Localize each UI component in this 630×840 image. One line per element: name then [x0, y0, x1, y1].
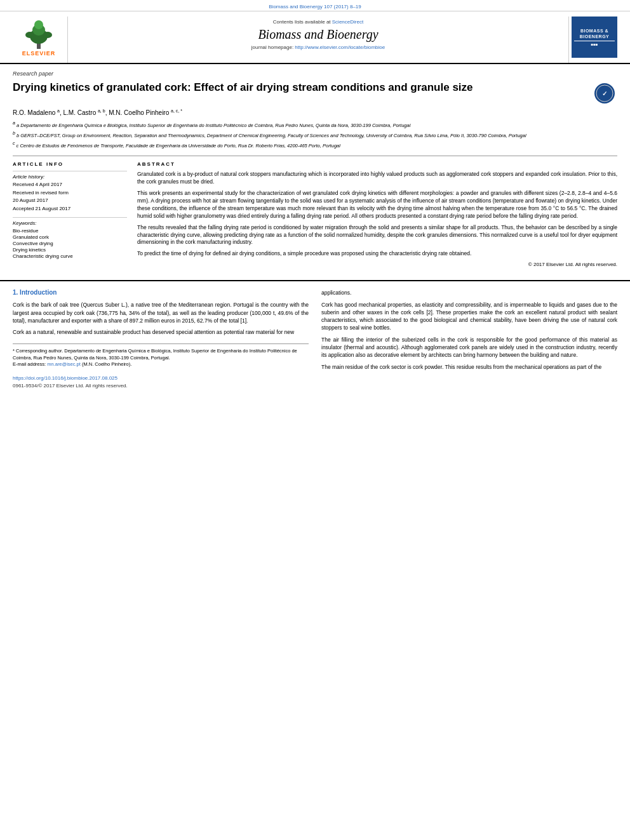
homepage-label: journal homepage:	[251, 44, 295, 50]
affiliation-b: b b GERST–DCE/FST, Group on Environment,…	[13, 130, 617, 139]
intro-right-col: applications. Cork has good mechanical p…	[321, 289, 617, 389]
intro-body-left: Cork is the bark of oak tree (Quercus Su…	[13, 301, 309, 336]
elsevier-logo: ELSEVIER	[10, 17, 67, 63]
article-title-row: Drying kinetics of granulated cork: Effe…	[13, 81, 617, 103]
intro-para-left-2: Cork as a natural, renewable and sustain…	[13, 328, 309, 336]
sciencedirect-text: Contents lists available at	[273, 19, 332, 25]
email-address[interactable]: mn.are@isec.pt	[47, 361, 81, 367]
article-info-column: ARTICLE INFO Article history: Received 4…	[13, 161, 127, 267]
journal-header: ELSEVIER Contents lists available at Sci…	[0, 11, 630, 64]
svg-point-3	[34, 20, 43, 29]
intro-para-right-3: The air filling the interior of the sube…	[321, 336, 617, 359]
svg-point-4	[25, 32, 34, 38]
article-content: Research paper Drying kinetics of granul…	[0, 64, 630, 280]
article-info-header: ARTICLE INFO	[13, 161, 127, 167]
article-type-label: Research paper	[13, 70, 617, 77]
accepted-date: Accepted 21 August 2017	[13, 206, 127, 212]
revised-date: 20 August 2017	[13, 197, 127, 204]
keyword-1: Bio-residue	[13, 228, 127, 234]
elsevier-tree-icon	[20, 18, 58, 50]
intro-para-right-2: Cork has good mechanical properties, as …	[321, 301, 617, 332]
abstract-column: ABSTRACT Granulated cork is a by-product…	[137, 161, 617, 267]
crossmark-icon: ✓	[594, 83, 615, 103]
biomass-logo-subtext: ■■■	[591, 43, 598, 46]
email-label: E-mail address:	[13, 361, 46, 367]
introduction-two-col: 1. Introduction Cork is the bark of oak …	[0, 289, 630, 389]
journal-homepage: journal homepage: http://www.elsevier.co…	[74, 44, 562, 50]
keyword-4: Drying kinetics	[13, 247, 127, 253]
crossmark-logo[interactable]: ✓	[592, 81, 617, 103]
email-note: E-mail address: mn.are@isec.pt (M.N. Coe…	[13, 361, 309, 368]
biomass-bioenergy-logo: BIOMASS & BIOENERGY ■■■	[569, 17, 620, 63]
svg-text:✓: ✓	[602, 90, 607, 97]
history-label: Article history:	[13, 174, 127, 180]
received-date: Received 4 April 2017	[13, 182, 127, 188]
keywords-label: Keywords:	[13, 220, 127, 226]
abstract-para-3: The results revealed that the falling dr…	[137, 224, 617, 247]
affiliation-c: c c Centro de Estudos de Fenómenos de Tr…	[13, 140, 617, 149]
keyword-2: Granulated cork	[13, 234, 127, 240]
corresponding-note: * Corresponding author. Departamento de …	[13, 348, 309, 361]
received-revised-label: Received in revised form	[13, 190, 127, 196]
footnote-area: * Corresponding author. Departamento de …	[13, 343, 309, 389]
page-wrapper: Biomass and Bioenergy 107 (2017) 8–19 EL…	[0, 0, 630, 840]
affiliation-a: a a Departamento de Engenharia Química e…	[13, 120, 617, 129]
svg-point-5	[43, 32, 52, 38]
journal-top-bar: Biomass and Bioenergy 107 (2017) 8–19	[0, 0, 630, 11]
intro-para-left-1: Cork is the bark of oak tree (Quercus Su…	[13, 301, 309, 324]
abstract-text: Granulated cork is a by-product of natur…	[137, 171, 617, 258]
article-title: Drying kinetics of granulated cork: Effe…	[13, 81, 592, 95]
journal-citation: Biomass and Bioenergy 107 (2017) 8–19	[269, 4, 361, 10]
keyword-3: Convective drying	[13, 241, 127, 246]
affiliations: a a Departamento de Engenharia Química e…	[13, 120, 617, 149]
issn-line: 0961-9534/© 2017 Elsevier Ltd. All right…	[13, 382, 309, 389]
authors-line: R.O. Madaleno a, L.M. Castro a, b, M.N. …	[13, 109, 617, 116]
section-divider	[13, 156, 617, 156]
introduction-section: 1. Introduction Cork is the bark of oak …	[0, 280, 630, 389]
abstract-header: ABSTRACT	[137, 161, 617, 167]
keyword-5: Characteristic drying curve	[13, 253, 127, 259]
introduction-title: 1. Introduction	[13, 289, 309, 296]
abstract-para-2: This work presents an experimental study…	[137, 190, 617, 220]
sciencedirect-link[interactable]: ScienceDirect	[332, 19, 363, 25]
abstract-para-4: To predict the time of drying for define…	[137, 250, 617, 258]
intro-body-right: applications. Cork has good mechanical p…	[321, 289, 617, 371]
intro-left-col: 1. Introduction Cork is the bark of oak …	[13, 289, 309, 389]
copyright-line: © 2017 Elsevier Ltd. All rights reserved…	[137, 262, 617, 267]
biomass-logo-text: BIOMASS & BIOENERGY	[580, 28, 610, 39]
journal-header-center: Contents lists available at ScienceDirec…	[67, 17, 569, 63]
abstract-para-1: Granulated cork is a by-product of natur…	[137, 171, 617, 186]
keywords-section: Keywords: Bio-residue Granulated cork Co…	[13, 217, 127, 259]
article-info-abstract-section: ARTICLE INFO Article history: Received 4…	[13, 161, 617, 267]
homepage-url[interactable]: http://www.elsevier.com/locate/biombioe	[295, 44, 385, 50]
doi-line[interactable]: https://doi.org/10.1016/j.biombioe.2017.…	[13, 375, 309, 382]
intro-para-right-4: The main residue of the cork sector is c…	[321, 363, 617, 371]
intro-para-right-1: applications.	[321, 289, 617, 297]
sciencedirect-line: Contents lists available at ScienceDirec…	[74, 19, 562, 25]
article-history-section: Article history: Received 4 April 2017 R…	[13, 171, 127, 212]
elsevier-label: ELSEVIER	[22, 50, 56, 57]
journal-title-header: Biomass and Bioenergy	[74, 27, 562, 42]
email-person: (M.N. Coelho Pinheiro).	[82, 361, 131, 367]
